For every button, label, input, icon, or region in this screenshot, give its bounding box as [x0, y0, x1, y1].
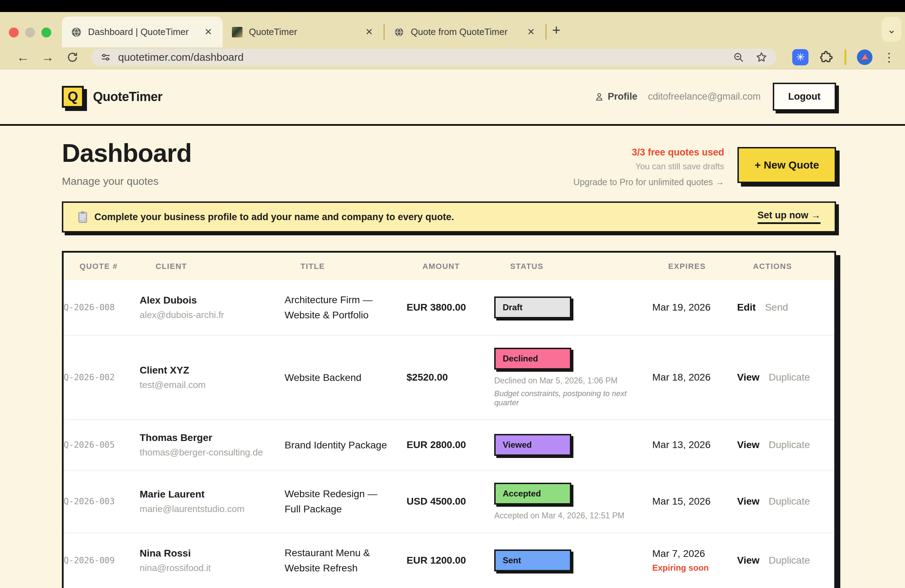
quote-amount: EUR 3800.00 — [406, 302, 494, 313]
status-badge: Accepted — [494, 483, 571, 505]
site-settings-icon[interactable] — [100, 52, 111, 63]
logout-button[interactable]: Logout — [773, 83, 836, 111]
minimize-window-button[interactable] — [25, 28, 35, 38]
row-action-primary[interactable]: Edit — [737, 302, 756, 313]
expires-date: Mar 7, 2026 — [652, 548, 737, 559]
row-action-secondary[interactable]: Duplicate — [768, 372, 810, 383]
banner-text: Complete your business profile to add yo… — [94, 212, 757, 223]
window-top-bar — [0, 0, 905, 12]
client-email: thomas@berger-consulting.de — [140, 447, 284, 458]
brand[interactable]: Q QuoteTimer — [62, 86, 162, 108]
expires-date: Mar 13, 2026 — [652, 439, 737, 450]
row-action-primary[interactable]: View — [737, 439, 759, 450]
setup-profile-banner: Complete your business profile to add yo… — [62, 201, 836, 233]
column-header-actions: ACTIONS — [753, 262, 834, 271]
quote-number: Q-2026-005 — [64, 440, 140, 450]
row-action-secondary[interactable]: Duplicate — [768, 555, 810, 566]
quotetimer-logo: Q — [62, 86, 84, 108]
status-note: Declined on Mar 5, 2026, 1:06 PM — [494, 376, 644, 385]
client-name: Marie Laurent — [140, 489, 284, 500]
status-badge: Sent — [494, 550, 571, 571]
reload-button[interactable] — [60, 51, 85, 63]
globe-icon — [394, 27, 405, 38]
tab-title: Dashboard | QuoteTimer — [88, 27, 202, 38]
client-name: Thomas Berger — [140, 432, 284, 444]
status-badge: Viewed — [494, 434, 571, 456]
table-row: Q-2026-009 Nina Rossi nina@rossifood.it … — [64, 533, 834, 588]
tab-dashboard[interactable]: Dashboard | QuoteTimer ✕ — [62, 17, 223, 48]
url-text[interactable]: quotetimer.com/dashboard — [118, 51, 721, 63]
row-action-secondary[interactable]: Duplicate — [768, 496, 810, 507]
tab-quotetimer[interactable]: QuoteTimer ✕ — [223, 17, 384, 48]
status-note: Accepted on Mar 4, 2026, 12:51 PM — [494, 511, 644, 520]
table-row: Q-2026-005 Thomas Berger thomas@berger-c… — [64, 420, 834, 470]
expires-warning: Expiring soon — [652, 563, 737, 573]
close-tab-icon[interactable]: ✕ — [362, 25, 376, 39]
quote-title: Website Backend — [284, 370, 406, 385]
maximize-window-button[interactable] — [41, 28, 51, 38]
bookmark-star-icon[interactable] — [756, 51, 767, 63]
address-bar[interactable]: quotetimer.com/dashboard — [91, 49, 777, 66]
back-button[interactable]: ← — [11, 50, 35, 65]
close-tab-icon[interactable]: ✕ — [202, 25, 215, 39]
expires-date: Mar 15, 2026 — [652, 496, 737, 507]
quote-title: Restaurant Menu & Website Refresh — [284, 545, 406, 576]
status-reason: Budget constraints, postponing to next q… — [494, 389, 644, 407]
quote-amount: $2520.00 — [406, 372, 494, 383]
quotes-table: QUOTE # CLIENT TITLE AMOUNT STATUS EXPIR… — [62, 251, 836, 588]
quota-note: You can still save drafts — [573, 162, 724, 171]
upgrade-link[interactable]: Upgrade to Pro for unlimited quotes → — [573, 177, 724, 187]
row-action-primary[interactable]: View — [737, 372, 759, 383]
client-name: Client XYZ — [140, 365, 284, 376]
column-header-amount: AMOUNT — [422, 262, 510, 271]
quote-number: Q-2026-002 — [64, 372, 140, 382]
column-header-quote: QUOTE # — [79, 262, 156, 271]
quota-used-text: 3/3 free quotes used — [573, 147, 724, 158]
status-badge: Declined — [494, 348, 571, 369]
browser-menu-icon[interactable]: ⋮ — [883, 50, 895, 64]
window-controls[interactable] — [9, 28, 51, 38]
table-row: Q-2026-008 Alex Dubois alex@dubois-archi… — [64, 280, 834, 335]
clipboard-icon — [78, 211, 88, 223]
quote-amount: EUR 2800.00 — [406, 439, 494, 450]
page-favicon-image — [232, 27, 243, 38]
brand-name: QuoteTimer — [93, 89, 162, 104]
quote-number: Q-2026-009 — [64, 555, 140, 566]
client-email: test@email.com — [140, 379, 284, 390]
set-up-now-link[interactable]: Set up now → — [757, 210, 821, 224]
globe-icon — [71, 27, 82, 38]
column-header-title: TITLE — [300, 262, 422, 271]
extension-app-icon[interactable]: ✳ — [792, 49, 808, 65]
row-action-primary[interactable]: View — [737, 555, 759, 566]
row-action-primary[interactable]: View — [737, 496, 759, 507]
zoom-out-icon[interactable] — [733, 52, 744, 63]
quote-number: Q-2026-003 — [64, 496, 140, 506]
close-window-button[interactable] — [9, 28, 19, 38]
profile-avatar[interactable] — [857, 49, 872, 65]
client-email: nina@rossifood.it — [140, 563, 284, 574]
quote-amount: USD 4500.00 — [406, 496, 494, 507]
new-quote-button[interactable]: + New Quote — [737, 147, 836, 183]
table-row: Q-2026-002 Client XYZ test@email.com Web… — [64, 335, 834, 420]
client-email: alex@dubois-archi.fr — [140, 309, 284, 320]
close-tab-icon[interactable]: ✕ — [524, 25, 538, 39]
forward-button[interactable]: → — [35, 50, 60, 65]
row-action-secondary[interactable]: Duplicate — [768, 439, 810, 450]
column-header-status: STATUS — [510, 262, 668, 271]
quote-number: Q-2026-008 — [64, 303, 140, 312]
extensions-puzzle-icon[interactable] — [819, 50, 834, 65]
profile-label: Profile — [608, 91, 637, 102]
page-subtitle: Manage your quotes — [62, 175, 192, 187]
expires-date: Mar 18, 2026 — [652, 372, 737, 383]
status-badge: Draft — [494, 296, 571, 319]
row-action-secondary[interactable]: Send — [765, 302, 788, 313]
table-body: Q-2026-008 Alex Dubois alex@dubois-archi… — [64, 280, 834, 588]
table-row: Q-2026-003 Marie Laurent marie@laurentst… — [64, 470, 834, 533]
tab-quote-from-quotetimer[interactable]: Quote from QuoteTimer ✕ — [385, 17, 546, 48]
profile-link[interactable]: Profile — [594, 91, 637, 102]
browser-toolbar: ← → quotetimer.com/dashboard ✳ ⋮ — [0, 48, 905, 69]
tab-search-chevron-icon[interactable]: ⌄ — [882, 17, 902, 42]
quote-title: Architecture Firm — Website & Portfolio — [284, 292, 406, 323]
new-tab-button[interactable]: + — [552, 22, 560, 38]
table-header: QUOTE # CLIENT TITLE AMOUNT STATUS EXPIR… — [64, 253, 834, 280]
